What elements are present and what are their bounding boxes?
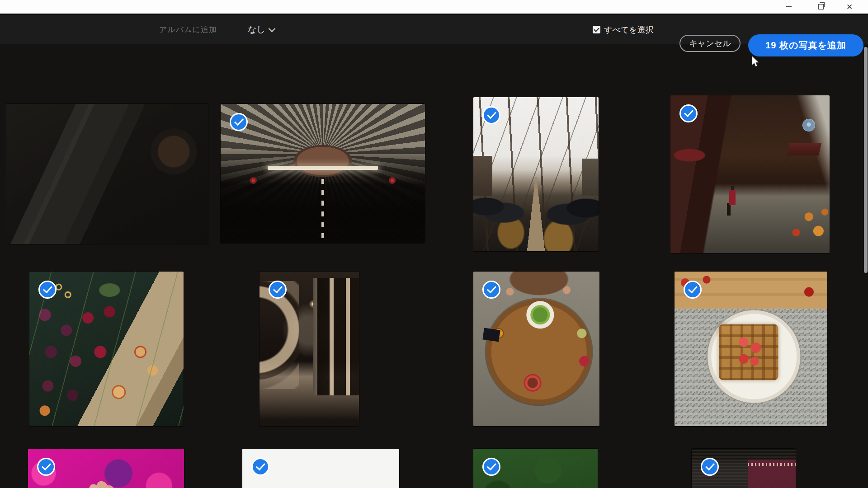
selected-check-icon[interactable] <box>684 281 702 299</box>
select-all-group: すべてを選択 <box>593 15 654 44</box>
selected-check-icon[interactable] <box>482 458 500 476</box>
photo-thumbnail <box>6 104 208 244</box>
photo-grid <box>0 44 868 488</box>
selected-check-icon[interactable] <box>38 281 57 299</box>
photo-white-row-houses[interactable] <box>242 449 399 488</box>
minimize-button[interactable] <box>778 0 799 14</box>
vertical-scrollbar[interactable] <box>864 47 868 273</box>
close-button[interactable]: ✕ <box>839 0 860 14</box>
album-dropdown[interactable]: なし <box>248 15 274 44</box>
photo-ivy-covered-salmon-house[interactable] <box>473 449 598 488</box>
photo-notebook-coffee-flatlay[interactable] <box>6 104 208 244</box>
selected-check-icon[interactable] <box>251 458 269 476</box>
minimize-icon <box>786 6 792 7</box>
selected-check-icon[interactable] <box>269 281 287 299</box>
add-to-album-label: アルバムに追加 <box>159 15 217 44</box>
restore-button[interactable] <box>811 0 831 14</box>
selected-check-icon[interactable] <box>701 458 719 476</box>
photo-thumbnail <box>221 104 425 243</box>
photo-waffle-with-strawberries[interactable] <box>675 272 827 426</box>
photo-tree-lined-street-cars[interactable] <box>473 97 599 251</box>
selected-check-icon[interactable] <box>482 281 500 299</box>
photo-plums-dark-tabletop[interactable] <box>29 272 184 426</box>
selected-check-icon[interactable] <box>482 106 500 124</box>
close-icon: ✕ <box>846 3 853 11</box>
photo-salad-table-overhead[interactable] <box>473 272 599 426</box>
photo-market-street-scene[interactable] <box>670 95 830 253</box>
select-all-label: すべてを選択 <box>604 24 654 35</box>
selected-check-icon[interactable] <box>230 113 248 131</box>
chevron-down-icon <box>269 25 276 32</box>
window-titlebar: ✕ <box>0 0 868 14</box>
photo-arcade-corridor[interactable] <box>259 272 359 426</box>
restore-icon <box>818 4 824 9</box>
photo-pink-carnations-hand[interactable] <box>28 449 184 488</box>
photo-metro-station-vault[interactable] <box>221 104 425 243</box>
photo-brick-rowhouses-red-door[interactable] <box>692 449 796 488</box>
selected-check-icon[interactable] <box>679 104 698 122</box>
album-dropdown-value: なし <box>248 24 265 36</box>
selected-check-icon[interactable] <box>37 458 55 476</box>
dialog-toolbar: アルバムに追加 なし すべてを選択 キャンセル 19 枚の写真を追加 <box>0 15 868 44</box>
select-all-checkbox[interactable] <box>593 26 600 33</box>
add-photos-dialog: ✕ アルバムに追加 なし すべてを選択 キャンセル 19 枚の写真を追加 <box>0 0 868 488</box>
